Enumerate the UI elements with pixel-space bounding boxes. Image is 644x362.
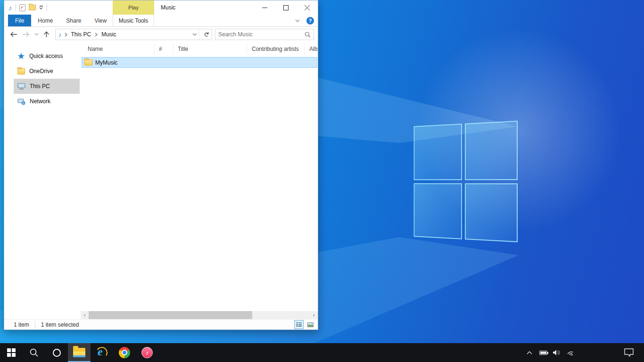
sort-ascending-caret-icon xyxy=(117,44,122,44)
contextual-tab-group-play[interactable]: Play xyxy=(113,0,154,15)
windows-wallpaper-logo xyxy=(414,121,518,242)
column-header-label: Title xyxy=(178,46,188,52)
taskbar-itunes-button[interactable]: ♪ xyxy=(136,343,158,362)
close-icon xyxy=(305,5,310,10)
scrollbar-track[interactable] xyxy=(89,311,310,319)
column-header-row: Name # Title Contributing artists Alb xyxy=(81,42,318,55)
back-arrow-icon[interactable] xyxy=(10,32,17,37)
address-music-note-icon: ♪ xyxy=(58,32,62,38)
window-controls xyxy=(254,0,318,15)
chrome-icon xyxy=(119,347,130,358)
window-title: Music xyxy=(161,0,175,15)
network-status-button[interactable] xyxy=(566,346,575,359)
column-header-album[interactable]: Alb xyxy=(305,44,318,54)
search-input[interactable] xyxy=(218,31,303,38)
separator xyxy=(16,4,16,11)
up-arrow-icon[interactable] xyxy=(43,31,50,38)
scrollbar-thumb[interactable] xyxy=(89,311,252,319)
column-header-number[interactable]: # xyxy=(155,44,173,54)
address-bar[interactable]: ♪ This PC Music ↻ xyxy=(55,29,212,40)
details-view-button[interactable] xyxy=(294,320,304,329)
column-header-name[interactable]: Name xyxy=(81,44,155,54)
recent-locations-chevron-icon[interactable] xyxy=(34,33,39,36)
ribbon-tab-row: File Home Share View Music Tools ? xyxy=(4,15,318,27)
sidebar-item-this-pc[interactable]: This PC xyxy=(14,79,80,94)
tab-home[interactable]: Home xyxy=(31,15,59,26)
breadcrumb-this-pc[interactable]: This PC xyxy=(70,31,92,38)
magnifier-icon xyxy=(29,348,39,357)
forward-arrow-icon[interactable] xyxy=(22,32,30,37)
folder-icon xyxy=(84,59,92,66)
this-pc-monitor-icon xyxy=(17,83,25,90)
file-row-mymusic[interactable]: MyMusic xyxy=(82,57,317,68)
sidebar-item-label: OneDrive xyxy=(29,68,53,74)
column-header-title[interactable]: Title xyxy=(173,44,247,54)
quick-access-star-icon xyxy=(17,52,25,60)
tab-view[interactable]: View xyxy=(88,15,113,26)
window-music-note-icon: ♪ xyxy=(8,4,12,11)
logo-pane xyxy=(414,123,462,180)
ie-e-icon: e xyxy=(96,346,108,359)
cortana-button[interactable] xyxy=(45,343,68,362)
battery-status-button[interactable] xyxy=(538,346,548,359)
notification-icon xyxy=(624,348,634,357)
column-header-label: # xyxy=(159,46,162,52)
title-bar[interactable]: ♪ Play Music xyxy=(4,0,318,15)
breadcrumb-music[interactable]: Music xyxy=(100,31,117,38)
item-count: 1 item xyxy=(14,321,29,328)
expand-ribbon-chevron-icon[interactable] xyxy=(295,19,300,22)
large-icons-view-button[interactable] xyxy=(305,320,315,329)
sidebar-item-network[interactable]: Network xyxy=(4,94,80,109)
taskbar-chrome-button[interactable] xyxy=(113,343,136,362)
search-box[interactable] xyxy=(215,29,314,40)
navigation-bar: ♪ This PC Music ↻ xyxy=(4,27,318,42)
nav-buttons xyxy=(10,31,50,38)
breadcrumb-chevron-icon[interactable] xyxy=(65,33,67,37)
properties-icon[interactable] xyxy=(19,4,25,11)
customize-dropdown-icon[interactable] xyxy=(39,6,43,9)
sidebar-item-label: Network xyxy=(30,98,50,105)
breadcrumb-chevron-icon[interactable] xyxy=(95,33,98,37)
separator xyxy=(35,321,35,328)
help-button[interactable]: ? xyxy=(306,17,314,25)
magnifier-icon[interactable] xyxy=(305,32,311,38)
show-hidden-icons-button[interactable] xyxy=(525,346,534,359)
action-center-button[interactable] xyxy=(620,343,637,362)
start-button[interactable] xyxy=(0,343,23,362)
refresh-icon[interactable]: ↻ xyxy=(203,29,210,40)
minimize-button[interactable] xyxy=(254,0,275,15)
ribbon-right-controls: ? xyxy=(295,15,314,27)
file-list[interactable]: MyMusic xyxy=(81,55,318,311)
taskbar-internet-explorer-button[interactable]: e xyxy=(91,343,113,362)
sidebar-item-label: Quick access xyxy=(29,53,63,59)
battery-icon xyxy=(539,351,547,355)
taskbar-file-explorer-button[interactable] xyxy=(68,343,91,362)
logo-pane xyxy=(465,183,518,242)
scroll-right-arrow[interactable]: › xyxy=(310,311,318,319)
column-header-contributing-artists[interactable]: Contributing artists xyxy=(247,44,305,54)
desktop: ♪ Play Music xyxy=(0,0,644,362)
file-list-pane: Name # Title Contributing artists Alb My… xyxy=(81,42,318,319)
tab-share[interactable]: Share xyxy=(59,15,88,26)
sidebar-item-quick-access[interactable]: Quick access xyxy=(4,49,80,64)
sidebar-item-onedrive[interactable]: OneDrive xyxy=(4,64,80,79)
maximize-icon xyxy=(283,5,289,10)
sidebar-item-label: This PC xyxy=(30,83,50,90)
windows-logo-icon xyxy=(7,348,16,357)
network-icon xyxy=(17,98,25,105)
status-bar: 1 item 1 item selected xyxy=(4,319,318,329)
volume-button[interactable] xyxy=(552,346,561,359)
navigation-pane: Quick access OneDrive This PC Network xyxy=(4,42,80,319)
address-bar-right: ↻ xyxy=(192,29,212,40)
new-folder-icon[interactable] xyxy=(29,5,36,10)
details-view-icon xyxy=(296,322,302,327)
horizontal-scrollbar[interactable]: ‹ › xyxy=(81,311,318,319)
close-button[interactable] xyxy=(297,0,318,15)
taskbar-search-button[interactable] xyxy=(23,343,45,362)
tab-music-tools[interactable]: Music Tools xyxy=(113,15,154,27)
folder-icon xyxy=(73,348,85,357)
maximize-button[interactable] xyxy=(275,0,297,15)
scroll-left-arrow[interactable]: ‹ xyxy=(81,311,89,319)
tab-file[interactable]: File xyxy=(8,15,31,26)
address-dropdown-chevron-icon[interactable] xyxy=(192,33,197,36)
